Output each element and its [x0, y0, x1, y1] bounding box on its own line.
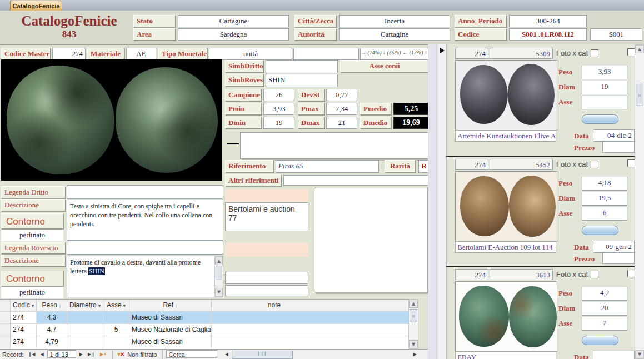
cell-codice[interactable]: 274 — [11, 336, 37, 348]
citta-zecca-field[interactable]: Incerta — [339, 15, 450, 27]
contorno-rovescio-field[interactable]: perlinato — [1, 287, 63, 298]
scroll-down-icon[interactable]: ▼ — [635, 350, 644, 358]
table-vertical-scrollbar[interactable]: ▲ ≡ ▼ — [408, 299, 418, 349]
large-empty-note-field[interactable] — [314, 188, 428, 292]
filter-status[interactable]: Non filtrato — [126, 350, 158, 358]
middle-small-field-2[interactable] — [225, 285, 308, 296]
asse-field[interactable]: 6 — [582, 207, 627, 221]
foto-x-cat-checkbox[interactable] — [591, 271, 598, 278]
descrizione-rovescio-scrollbar[interactable]: ▲ ▼ — [214, 256, 223, 297]
simbdritto-field[interactable] — [266, 60, 338, 73]
table-row[interactable]: 274 4,79 Museo di Sassari — [0, 336, 418, 348]
codice-short-field[interactable]: S001 — [590, 28, 642, 41]
cell-ref[interactable]: Museo di Sassari — [129, 336, 212, 348]
record-codice-field[interactable]: 274 — [455, 269, 488, 280]
scroll-down-icon[interactable]: ▼ — [409, 340, 418, 348]
filter-icon[interactable]: ▼✕ — [116, 350, 124, 358]
next-record-button[interactable]: ▶ — [78, 350, 84, 357]
record-position[interactable]: 1 di 13 — [47, 350, 76, 358]
sort-icon[interactable]: ↓ — [59, 303, 62, 308]
col-header-diametro[interactable]: Diametro▾ — [67, 300, 103, 311]
peso-field[interactable]: 3,93 — [582, 66, 627, 79]
peso-field[interactable]: 4,18 — [582, 177, 627, 191]
cell-diametro[interactable] — [67, 324, 103, 336]
middle-small-field-1[interactable] — [225, 272, 308, 284]
tipo-monetale-field[interactable]: unità — [209, 48, 292, 60]
tab-catalogofenicie[interactable]: CatalogoFenicie — [10, 1, 62, 11]
record-codice-field[interactable]: 274 — [455, 48, 488, 59]
dmin-field[interactable]: 19 — [263, 117, 294, 129]
dropdown-arrow-icon[interactable]: ▾ — [98, 303, 101, 308]
simbrovesc-field[interactable]: SHIN — [266, 74, 338, 87]
row-selector-header[interactable] — [0, 300, 11, 311]
asse-field[interactable] — [582, 96, 627, 109]
cell-note[interactable] — [212, 324, 418, 336]
data-field[interactable] — [593, 351, 635, 359]
cell-peso[interactable]: 4,7 — [37, 324, 67, 336]
record-codice-field[interactable]: 274 — [455, 159, 488, 170]
new-record-button[interactable]: ▶✳ — [98, 350, 109, 357]
diam-field[interactable]: 19 — [582, 81, 627, 94]
auction-caption[interactable]: EBAY — [455, 351, 556, 359]
record-flag-checkbox[interactable] — [627, 48, 635, 56]
scroll-up-icon[interactable]: ▲ — [635, 45, 644, 53]
row-selector[interactable] — [0, 312, 11, 323]
form-vertical-scrollbar[interactable] — [428, 44, 438, 359]
legenda-rovescio-field[interactable] — [67, 241, 223, 255]
dmax-field[interactable]: 21 — [326, 117, 357, 129]
col-header-ref[interactable]: Ref↓ — [129, 300, 212, 311]
hscroll-right-icon[interactable]: ▶ — [412, 350, 418, 357]
pmin-field[interactable]: 3,93 — [263, 103, 294, 115]
hscroll-left-icon[interactable]: ◀ — [223, 350, 230, 357]
scroll-up-icon[interactable]: ▲ — [409, 300, 418, 308]
peso-field[interactable]: 4,2 — [582, 287, 627, 301]
record-flag-checkbox[interactable] — [627, 159, 635, 167]
row-selector[interactable] — [0, 336, 11, 348]
cell-diametro[interactable] — [67, 336, 103, 348]
link-button[interactable] — [582, 226, 618, 235]
col-header-note[interactable]: note — [212, 300, 418, 311]
codice-field[interactable]: S001 .01.R08.112 — [509, 28, 587, 41]
devst-field[interactable]: 0,77 — [326, 89, 357, 101]
descrizione-dritto-field[interactable]: Testa a sinistra di Core, con spighe tra… — [67, 200, 223, 241]
auction-caption[interactable]: Artemide Kunstauktionen Elive Auction — [455, 130, 556, 142]
altri-riferimenti-field[interactable] — [283, 175, 429, 186]
sort-icon[interactable]: ↓ — [175, 303, 178, 308]
link-button[interactable] — [582, 336, 618, 345]
materiale-field[interactable]: AE — [126, 48, 156, 60]
foto-x-cat-checkbox[interactable] — [591, 161, 598, 168]
cell-note[interactable] — [212, 312, 418, 323]
scrollbar-thumb[interactable]: ≡ — [636, 84, 643, 106]
diam-field[interactable]: 20 — [582, 302, 627, 316]
codice-master-field[interactable]: 274 — [52, 48, 86, 60]
auction-note-field[interactable]: Bertolami e auction 77 — [225, 202, 308, 231]
table-row[interactable]: 274 4,3 Museo di Sassari — [0, 312, 418, 324]
cell-note[interactable] — [212, 336, 418, 348]
col-header-peso[interactable]: Peso↓ — [37, 300, 67, 311]
diam-field[interactable]: 19,5 — [582, 192, 627, 206]
autorita-field[interactable]: Cartagine — [339, 28, 450, 41]
link-button[interactable] — [582, 114, 618, 124]
prezzo-field[interactable] — [602, 142, 635, 153]
record-flag-checkbox[interactable] — [627, 270, 635, 277]
note-large-field[interactable] — [240, 132, 429, 159]
cell-asse[interactable] — [103, 312, 129, 323]
prezzo-field[interactable] — [602, 253, 635, 264]
data-field[interactable]: 04-dic-2 — [593, 129, 635, 142]
cell-asse[interactable]: 5 — [103, 324, 129, 336]
scroll-up-icon[interactable]: ▲ — [215, 257, 223, 265]
riferimento-field[interactable]: Piras 65 — [276, 160, 379, 173]
foto-x-cat-checkbox[interactable] — [591, 49, 598, 57]
search-input[interactable]: Cerca — [166, 350, 217, 358]
descrizione-rovescio-field[interactable]: Protome di cavallo a destra, davanti all… — [67, 256, 223, 297]
cell-ref[interactable]: Museo Nazionale di Cagliari 758-7 — [129, 324, 212, 336]
col-header-asse[interactable]: Asse▾ — [103, 300, 129, 311]
anno-periodo-field[interactable]: 300-264 — [509, 15, 587, 27]
record-id-field[interactable]: 3613 — [490, 269, 553, 280]
tipo-monetale-extra-field[interactable] — [293, 48, 359, 60]
subform-vertical-scrollbar[interactable]: ▲ ≡ ▼ — [635, 44, 644, 359]
dropdown-arrow-icon[interactable]: ▾ — [32, 303, 34, 308]
asse-field[interactable]: 7 — [582, 317, 627, 331]
last-record-button[interactable]: ▶❙ — [86, 350, 97, 357]
scrollbar-thumb[interactable]: ≡ — [410, 309, 417, 322]
